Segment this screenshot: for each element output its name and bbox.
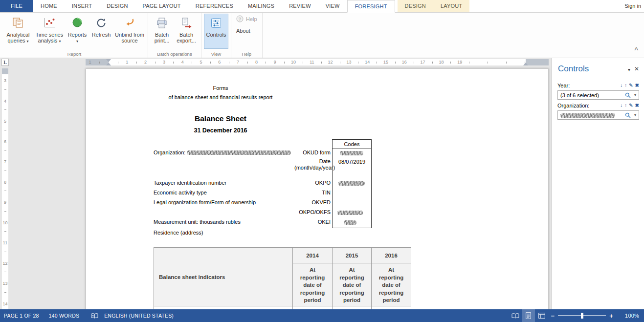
tab-home[interactable]: HOME (33, 0, 65, 12)
analytical-queries-icon (12, 16, 24, 30)
year-move-up-icon[interactable]: ↑ (624, 83, 627, 88)
right-indent-marker[interactable] (523, 63, 528, 65)
tin-code-label: TIN (233, 190, 331, 195)
tab-foresight[interactable]: FORESIGHT (347, 0, 395, 13)
ruler-tick (4, 89, 6, 90)
left-indent-marker[interactable] (106, 63, 111, 65)
about-label: About (236, 28, 250, 34)
tab-view[interactable]: VIEW (318, 0, 347, 12)
year-edit-icon[interactable]: ✎ (629, 83, 633, 88)
ruler-tick (155, 62, 155, 64)
tab-review[interactable]: REVIEW (282, 0, 318, 12)
ruler-number: 18 (439, 60, 444, 65)
horizontal-ruler[interactable]: 112345678910111213141516171819 (0, 58, 552, 66)
okei-value-redacted (344, 220, 356, 225)
collapse-ribbon-button[interactable]: ^ (634, 46, 638, 55)
tab-file[interactable]: FILE (0, 0, 33, 12)
tab-design-contextual[interactable]: DESIGN (398, 0, 433, 12)
svg-text:?: ? (239, 16, 241, 21)
ruler-tick (266, 62, 266, 64)
year-combobox-value: (3 of 6 selected) (560, 92, 599, 98)
organization-move-up-icon[interactable]: ↑ (624, 103, 627, 108)
tab-layout-contextual[interactable]: LAYOUT (433, 0, 469, 12)
ruler-number: 3 (1, 78, 9, 83)
organization-actions: ↓ ↑ ✎ ✖ (620, 103, 639, 108)
reports-button[interactable]: Reports▾ (66, 14, 89, 49)
organization-dropdown-arrow-icon[interactable]: ▾ (632, 113, 639, 117)
organization-clear-icon[interactable]: ✖ (635, 103, 639, 108)
residence-label: Residence (address) (154, 230, 203, 236)
ruler-number: 8 (255, 60, 258, 65)
document-page[interactable]: Forms of balance sheet and financial res… (86, 68, 549, 309)
economic-activity-label: Economic activity type (154, 190, 207, 195)
ruler-number: 9 (1, 200, 9, 205)
batch-print-button[interactable]: Batch print... (151, 14, 173, 49)
ruler-tick (4, 150, 6, 150)
read-mode-button[interactable] (509, 309, 522, 322)
first-line-indent-marker[interactable] (106, 59, 111, 62)
ruler-number: 10 (291, 60, 296, 65)
organization-combobox[interactable]: ▾ (557, 110, 639, 120)
okud-value-redacted (340, 151, 363, 155)
pane-close-icon[interactable]: ✕ (634, 65, 639, 72)
zoom-percentage[interactable]: 100% (618, 313, 639, 319)
codes-header: Codes (333, 140, 371, 149)
okfs-value-redacted (337, 211, 363, 215)
doc-date: 31 December 2016 (109, 127, 332, 134)
refresh-button[interactable]: Refresh (89, 14, 113, 49)
tab-design[interactable]: DESIGN (99, 0, 135, 12)
about-button[interactable]: About (234, 25, 253, 36)
ruler-number: 13 (1, 281, 9, 286)
controls-toggle-button[interactable]: Controls (204, 14, 228, 49)
proofing-errors-icon[interactable] (91, 313, 98, 319)
zoom-out-button[interactable]: − (548, 312, 557, 320)
web-layout-button[interactable] (535, 309, 548, 322)
ruler-tick (4, 231, 6, 232)
ruler-number: 8 (1, 180, 9, 185)
ruler-tick (4, 109, 6, 110)
sign-in-link[interactable]: Sign in (624, 0, 641, 12)
zoom-slider-thumb[interactable] (581, 313, 583, 319)
tab-insert[interactable]: INSERT (65, 0, 99, 12)
year-combobox[interactable]: (3 of 6 selected) ▾ (557, 90, 639, 100)
ruler-tick (4, 191, 6, 191)
reports-icon (71, 16, 83, 30)
unbind-from-source-label: Unbind from source (115, 32, 144, 43)
organization-edit-icon[interactable]: ✎ (629, 103, 633, 108)
ruler-number: 1 (126, 60, 128, 65)
tab-mailings[interactable]: MAILINGS (241, 0, 282, 12)
zoom-in-button[interactable]: + (607, 312, 616, 320)
pane-options-chevron-icon[interactable]: ▾ (628, 67, 630, 72)
vertical-ruler[interactable]: 34567891011121314 (1, 66, 9, 309)
ruler-number: 5 (200, 60, 202, 65)
ruler-number: 3 (163, 60, 165, 65)
ruler-number: 11 (1, 240, 9, 245)
ruler-tick (303, 62, 303, 64)
time-series-analysis-button[interactable]: Time series analysis ▾ (34, 14, 65, 49)
search-icon[interactable] (624, 92, 632, 98)
language-indicator[interactable]: ENGLISH (UNITED STATES) (104, 313, 174, 319)
search-icon[interactable] (624, 112, 632, 118)
ruler-tick (4, 171, 6, 171)
page-indicator[interactable]: PAGE 1 OF 28 (4, 313, 39, 319)
ruler-tick (136, 62, 137, 64)
year-clear-icon[interactable]: ✖ (635, 83, 639, 88)
ribbon-tab-bar: FILE HOME INSERT DESIGN PAGE LAYOUT REFE… (0, 0, 644, 13)
year-dropdown-arrow-icon[interactable]: ▾ (632, 93, 639, 97)
zoom-slider[interactable] (558, 312, 606, 319)
unbind-from-source-button[interactable]: Unbind from source (114, 14, 145, 49)
print-layout-button[interactable] (522, 309, 535, 322)
tab-stop-selector[interactable]: L (1, 59, 9, 66)
dropdown-caret-icon: ▾ (76, 39, 78, 43)
year-move-down-icon[interactable]: ↓ (620, 83, 622, 88)
organization-move-down-icon[interactable]: ↓ (620, 103, 622, 108)
tab-references[interactable]: REFERENCES (188, 0, 241, 12)
batch-export-button[interactable]: Batch export... (174, 14, 199, 49)
word-count[interactable]: 140 WORDS (49, 313, 79, 319)
analytical-queries-button[interactable]: Analytical queries ▾ (3, 14, 33, 49)
help-button[interactable]: ? Help (234, 14, 260, 24)
status-bar-right: − + 100% (509, 309, 644, 322)
dropdown-caret-icon: ▾ (59, 39, 61, 43)
tab-page-layout[interactable]: PAGE LAYOUT (135, 0, 188, 12)
ruler-number: 14 (1, 301, 9, 306)
